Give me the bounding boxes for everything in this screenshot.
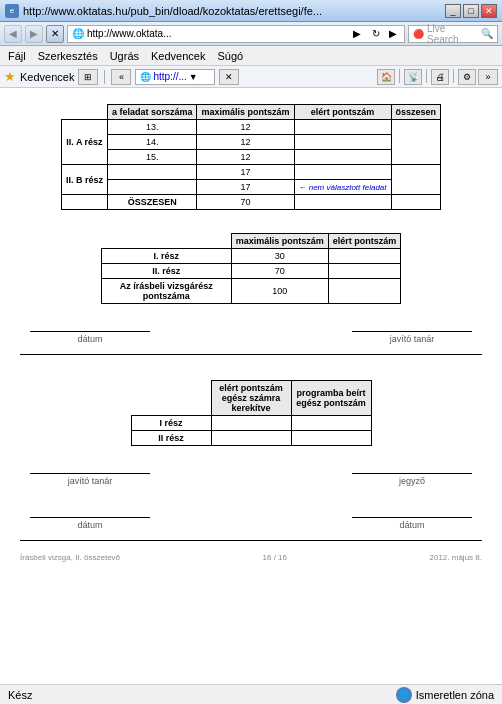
search-box[interactable]: 🔴 Live Search 🔍 <box>408 25 498 43</box>
t3-row2-elert <box>211 431 291 446</box>
sig-right-3: dátum <box>352 517 472 530</box>
sig-underline-left-2 <box>30 473 150 474</box>
signature-section-3: dátum dátum <box>20 517 482 530</box>
bookmark-label[interactable]: Kedvencek <box>20 71 74 83</box>
menu-help[interactable]: Súgó <box>217 50 243 62</box>
footer-text: Írásbeli vizsga, II. összetevő <box>20 553 120 562</box>
browser-icon-small: 🌐 <box>72 28 84 39</box>
content-area[interactable]: a feladat sorszáma maximális pontszám el… <box>0 88 502 684</box>
col-elert: elért pontszám <box>294 105 391 120</box>
zone-label: Ismeretlen zóna <box>416 689 494 701</box>
signature-section-2: javító tanár jegyző <box>20 473 482 486</box>
row15-num: 15. <box>107 150 197 165</box>
t3-row1-label: I rész <box>131 416 211 431</box>
row14-elert <box>294 135 391 150</box>
menu-favorites[interactable]: Kedvencek <box>151 50 205 62</box>
exam-table-2: maximális pontszám elért pontszám I. rés… <box>101 233 402 304</box>
osszesen-label: ÖSSZESEN <box>107 195 197 210</box>
menu-bar: Fájl Szerkesztés Ugrás Kedvencek Súgó <box>0 46 502 66</box>
col3-elert: elért pontszám egész számra kerekítve <box>211 381 291 416</box>
address-text: http://www.oktata... <box>87 28 345 39</box>
stop-button[interactable]: ✕ <box>46 25 64 43</box>
t2-row2-label: II. rész <box>101 264 231 279</box>
t2-row1-elert <box>328 249 401 264</box>
col2-elert: elért pontszám <box>328 234 401 249</box>
rowIIB1-max: 17 <box>197 165 294 180</box>
rowIIB2-num <box>107 180 197 195</box>
sectionIIA-osszesen <box>391 120 441 165</box>
table-row: 15. 12 <box>61 150 440 165</box>
minimize-button[interactable]: _ <box>445 4 461 18</box>
t2-row1-max: 30 <box>231 249 328 264</box>
expand-button[interactable]: « <box>111 69 131 85</box>
print-icon[interactable]: 🖨 <box>431 69 449 85</box>
table-row: II rész <box>131 431 371 446</box>
view-toggle-button[interactable]: ⊞ <box>78 69 98 85</box>
section-IIB: II. B rész <box>61 165 107 195</box>
search-icon: 🔍 <box>481 28 493 39</box>
t3-row1-elert <box>211 416 291 431</box>
t2-row1-label: I. rész <box>101 249 231 264</box>
nav-bar: ◀ ▶ ✕ 🌐 http://www.oktata... ▶ ↻ ▶ 🔴 Liv… <box>0 22 502 46</box>
table-row: I rész <box>131 416 371 431</box>
table2-container: maximális pontszám elért pontszám I. rés… <box>20 233 482 304</box>
sig-label-left-3: dátum <box>30 520 150 530</box>
home-icon[interactable]: 🏠 <box>377 69 395 85</box>
nav-forward-small[interactable]: ▶ <box>386 25 400 43</box>
section-IIA: II. A rész <box>61 120 107 165</box>
table-row: 14. 12 <box>61 135 440 150</box>
rowIIB1-elert <box>294 165 391 180</box>
col3-programba: programba beírt egész pontszám <box>291 381 371 416</box>
mini-address-bar[interactable]: 🌐 http://... ▼ <box>135 69 215 85</box>
table-row: I. rész 30 <box>101 249 401 264</box>
sig-underline-right-1 <box>352 331 472 332</box>
close-button[interactable]: ✕ <box>481 4 497 18</box>
mini-address-text: http://... <box>153 71 186 82</box>
forward-button[interactable]: ▶ <box>25 25 43 43</box>
sig-label-right-1: javító tanár <box>352 334 472 344</box>
row15-max: 12 <box>197 150 294 165</box>
back-button[interactable]: ◀ <box>4 25 22 43</box>
tab-close-button[interactable]: ✕ <box>219 69 239 85</box>
sig-right-2: jegyző <box>352 473 472 486</box>
separator1 <box>104 70 105 84</box>
row14-num: 14. <box>107 135 197 150</box>
expand-right-icon[interactable]: » <box>478 69 498 85</box>
row14-max: 12 <box>197 135 294 150</box>
rowIIB1-num <box>107 165 197 180</box>
menu-file[interactable]: Fájl <box>8 50 26 62</box>
nem-valasztott-label: ← nem választott feladat <box>294 180 391 195</box>
signature-section-1: dátum javító tanár <box>20 331 482 344</box>
zone-icon: 🌐 <box>396 687 412 703</box>
rowIIB2-max: 17 <box>197 180 294 195</box>
go-button[interactable]: ▶ <box>348 25 366 43</box>
separator3 <box>426 69 427 83</box>
section-divider-1 <box>20 354 482 355</box>
sig-label-left-2: javító tanár <box>30 476 150 486</box>
refresh-button[interactable]: ↻ <box>369 25 383 43</box>
maximize-button[interactable]: □ <box>463 4 479 18</box>
address-bar[interactable]: 🌐 http://www.oktata... ▶ ↻ ▶ <box>67 25 405 43</box>
sig-label-left-1: dátum <box>30 334 150 344</box>
sig-underline-left-1 <box>30 331 150 332</box>
row13-elert <box>294 120 391 135</box>
separator4 <box>453 69 454 83</box>
tools-icon[interactable]: ⚙ <box>458 69 476 85</box>
table1-container: a feladat sorszáma maximális pontszám el… <box>20 104 482 210</box>
sig-underline-right-3 <box>352 517 472 518</box>
status-text: Kész <box>8 689 388 701</box>
col-osszesen: összesen <box>391 105 441 120</box>
browser-icon: e <box>5 4 19 18</box>
window-title: http://www.oktatas.hu/pub_bin/dload/kozo… <box>23 5 322 17</box>
footer-page: 16 / 16 <box>263 553 287 562</box>
sig-right-1: javító tanár <box>352 331 472 344</box>
nav-icons-group: 🏠 📡 🖨 ⚙ » <box>377 69 498 85</box>
rss-icon[interactable]: 📡 <box>404 69 422 85</box>
menu-edit[interactable]: Szerkesztés <box>38 50 98 62</box>
osszesen-max: 70 <box>197 195 294 210</box>
t2-total-label: Az írásbeli vizsgárész pontszáma <box>101 279 231 304</box>
menu-go[interactable]: Ugrás <box>110 50 139 62</box>
sig-left-2: javító tanár <box>30 473 150 486</box>
t3-row2-label: II rész <box>131 431 211 446</box>
mini-browser-icon: 🌐 <box>140 72 151 82</box>
